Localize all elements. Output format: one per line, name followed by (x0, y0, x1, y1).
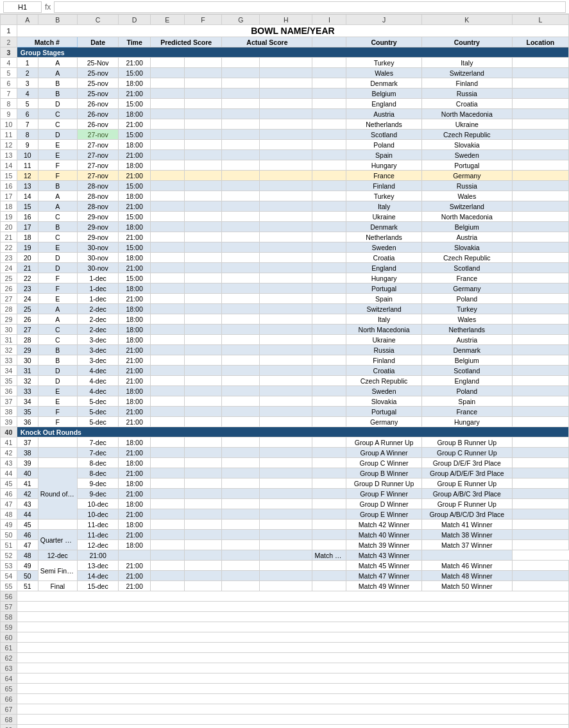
col-d[interactable]: D (119, 15, 150, 25)
empty-row: 64 (1, 673, 569, 684)
col-c[interactable]: C (77, 15, 119, 25)
col-g[interactable]: G (222, 15, 260, 25)
table-row: 44 40 Round of 16 8-dec 21:00 Group B Wi… (1, 468, 569, 478)
table-row: 8 5 D 26-nov 15:00 England Croatia (1, 99, 569, 109)
table-row: 43 39 8-dec 18:00 Group C Winner Group D… (1, 458, 569, 468)
table-row: 30 27 C 2-dec 18:00 North Macedonia Neth… (1, 325, 569, 335)
table-row: 55 51 Final 15-dec 21:00 Match 49 Winner… (1, 581, 569, 591)
group-stages-header: 3 Group Stages (1, 47, 569, 58)
table-row: 27 24 E 1-dec 21:00 Spain Poland (1, 294, 569, 304)
empty-row: 68 (1, 715, 569, 725)
header-row: 2 Match # Date Time Predicted Score Actu… (1, 37, 569, 47)
formula-input[interactable] (54, 1, 566, 13)
col-header-row: A B C D E F G H I J K L (1, 15, 569, 25)
table-row: 53 49 Semi Finals 13-dec 21:00 Match 45 … (1, 561, 569, 571)
table-row: 48 44 10-dec 21:00 Group E Winner Group … (1, 509, 569, 520)
table-row: 10 7 C 26-nov 21:00 Netherlands Ukraine (1, 119, 569, 130)
table-row: 33 30 B 3-dec 21:00 Finland Belgium (1, 355, 569, 366)
table-row: 35 32 D 4-dec 21:00 Czech Republic Engla… (1, 376, 569, 386)
table-row: 34 31 D 4-dec 21:00 Croatia Scotland (1, 366, 569, 376)
col-j[interactable]: J (346, 15, 422, 25)
col-e[interactable]: E (150, 15, 184, 25)
header-match: Match # (17, 37, 77, 47)
sheet-table: A B C D E F G H I J K L 1 BOWL NAME/YEAR… (0, 14, 569, 728)
empty-row: 67 (1, 704, 569, 715)
table-row: 45 41 9-dec 18:00 Group D Runner Up Grou… (1, 478, 569, 489)
empty-row: 56 (1, 591, 569, 602)
table-row: 26 23 F 1-dec 18:00 Portugal Germany (1, 284, 569, 294)
col-h[interactable]: H (260, 15, 312, 25)
knockout-header-row: 40 Knock Out Rounds (1, 427, 569, 437)
col-b[interactable]: B (38, 15, 77, 25)
table-row: 13 10 E 27-nov 21:00 Spain Sweden (1, 150, 569, 160)
formula-separator: fx (45, 3, 51, 12)
table-row: 9 6 C 26-nov 18:00 Austria North Macedon… (1, 109, 569, 119)
col-a[interactable]: A (17, 15, 38, 25)
empty-row: 61 (1, 643, 569, 653)
table-row: 6 3 B 25-nov 18:00 Denmark Finland (1, 78, 569, 89)
empty-row: 69 (1, 725, 569, 729)
table-row: 46 42 9-dec 21:00 Group F Winner Group A… (1, 489, 569, 499)
col-k[interactable]: K (421, 15, 512, 25)
table-row: 28 25 A 2-dec 18:00 Switzerland Turkey (1, 304, 569, 314)
empty-row: 63 (1, 663, 569, 673)
table-row: 18 15 A 28-nov 21:00 Italy Switzerland (1, 201, 569, 212)
table-row: 4 1 A 25-Nov 21:00 Turkey Italy (1, 58, 569, 68)
empty-row: 66 (1, 694, 569, 704)
empty-row: 65 (1, 684, 569, 694)
table-row: 21 18 C 29-nov 21:00 Netherlands Austria (1, 232, 569, 242)
table-row: 51 47 12-dec 18:00 Match 39 Winner Match… (1, 540, 569, 550)
empty-row: 57 (1, 602, 569, 612)
header-country2: Country (421, 37, 512, 47)
header-date: Date (77, 37, 119, 47)
table-row: 42 38 7-dec 21:00 Group A Winner Group C… (1, 448, 569, 458)
header-time: Time (119, 37, 150, 47)
header-location: Location (512, 37, 568, 47)
title-row: 1 BOWL NAME/YEAR (1, 25, 569, 37)
table-row: 31 28 C 3-dec 18:00 Ukraine Austria (1, 335, 569, 345)
col-f[interactable]: F (184, 15, 222, 25)
table-row: 24 21 D 30-nov 21:00 England Scotland (1, 263, 569, 273)
col-i[interactable]: I (312, 15, 346, 25)
table-row: 47 43 10-dec 18:00 Group D Winner Group … (1, 499, 569, 509)
empty-row: 60 (1, 632, 569, 643)
table-row: 12 9 E 27-nov 18:00 Poland Slovakia (1, 140, 569, 150)
header-actual: Actual Score (222, 37, 312, 47)
rownum-1: 1 (1, 25, 17, 37)
empty-row: 59 (1, 622, 569, 632)
table-row: 20 17 B 29-nov 18:00 Denmark Belgium (1, 222, 569, 232)
table-row: 22 19 E 30-nov 15:00 Sweden Slovakia (1, 242, 569, 253)
table-row: 25 22 F 1-dec 15:00 Hungary France (1, 273, 569, 284)
empty-row: 62 (1, 653, 569, 663)
table-row: 23 20 D 30-nov 18:00 Croatia Czech Repub… (1, 253, 569, 263)
table-row: 19 16 C 29-nov 15:00 Ukraine North Maced… (1, 212, 569, 222)
table-row: 41 37 7-dec 18:00 Group A Runner Up Grou… (1, 437, 569, 448)
table-row: 39 36 F 5-dec 21:00 Germany Hungary (1, 417, 569, 427)
name-box[interactable] (3, 1, 42, 13)
table-row: 17 14 A 28-nov 18:00 Turkey Wales (1, 191, 569, 201)
group-stages-label: Group Stages (17, 47, 568, 58)
table-row: 29 26 A 2-dec 18:00 Italy Wales (1, 314, 569, 325)
table-row: 32 29 B 3-dec 21:00 Russia Denmark (1, 345, 569, 355)
table-row: 50 46 Quarter Finals 11-dec 21:00 Match … (1, 530, 569, 540)
table-row: 14 11 F 27-nov 18:00 Hungary Portugal (1, 160, 569, 171)
table-row: 52 48 12-dec 21:00 Match 44 Winner Match… (1, 550, 569, 561)
spreadsheet: fx A B C D E F G H (0, 0, 569, 728)
table-row: 5 2 A 25-nov 15:00 Wales Switzerland (1, 68, 569, 78)
table-row: 11 8 D 27-nov 15:00 Scotland Czech Repub… (1, 130, 569, 140)
ko-label: Knock Out Rounds (17, 427, 568, 437)
empty-row: 58 (1, 612, 569, 622)
table-row: 49 45 11-dec 18:00 Match 42 Winner Match… (1, 520, 569, 530)
table-row: 15 12 F 27-nov 21:00 France Germany (1, 171, 569, 181)
header-country1: Country (346, 37, 422, 47)
table-row: 36 33 E 4-dec 18:00 Sweden Poland (1, 386, 569, 396)
table-row: 38 35 F 5-dec 21:00 Portugal France (1, 407, 569, 417)
table-row: 54 50 14-dec 21:00 Match 47 Winner Match… (1, 571, 569, 581)
table-row: 7 4 B 25-nov 21:00 Belgium Russia (1, 89, 569, 99)
title-cell: BOWL NAME/YEAR (17, 25, 568, 37)
col-l[interactable]: L (512, 15, 568, 25)
table-row: 16 13 B 28-nov 15:00 Finland Russia (1, 181, 569, 191)
formula-bar: fx (0, 0, 569, 14)
table-row: 37 34 E 5-dec 18:00 Slovakia Spain (1, 396, 569, 407)
header-predicted: Predicted Score (150, 37, 222, 47)
